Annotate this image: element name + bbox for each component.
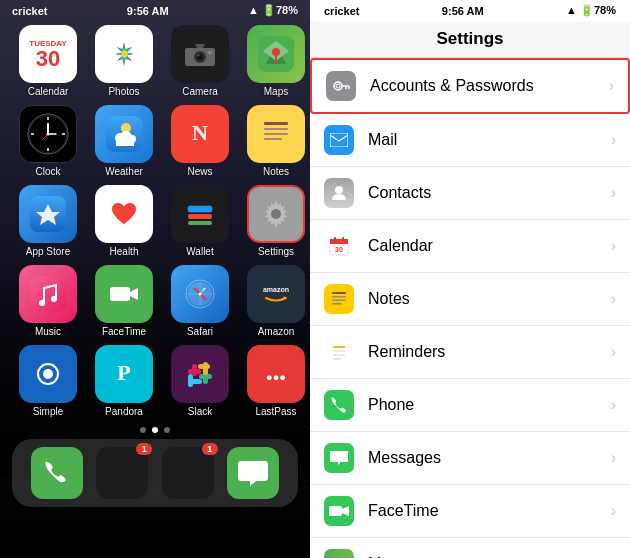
svg-point-72 <box>336 84 340 88</box>
settings-item-reminders[interactable]: Reminders › <box>310 326 630 379</box>
clock-label: Clock <box>35 166 60 177</box>
amazon-icon: amazon <box>258 276 294 312</box>
settings-item-phone[interactable]: Phone › <box>310 379 630 432</box>
contacts-label: Contacts <box>368 184 611 202</box>
svg-rect-43 <box>30 276 66 312</box>
settings-item-notes[interactable]: Notes › <box>310 273 630 326</box>
app-simple[interactable]: Simple <box>14 345 82 417</box>
settings-item-accounts[interactable]: Accounts & Passwords › <box>310 58 630 114</box>
app-photos[interactable]: Photos <box>90 25 158 97</box>
svg-point-52 <box>199 293 202 296</box>
music-icon <box>30 276 66 312</box>
settings-item-messages[interactable]: Messages › <box>310 432 630 485</box>
phone-label-r: Phone <box>368 396 611 414</box>
app-slack[interactable]: Slack <box>166 345 234 417</box>
contacts-icon <box>330 184 348 202</box>
app-clock[interactable]: Clock <box>14 105 82 177</box>
svg-rect-26 <box>116 141 134 146</box>
dot-2 <box>152 427 158 433</box>
svg-point-44 <box>39 300 45 306</box>
dock-phone[interactable] <box>31 447 83 499</box>
calendar-chevron: › <box>611 237 616 255</box>
mail-icon-bg <box>324 125 354 155</box>
svg-rect-62 <box>188 369 201 374</box>
phone-settings-icon-bg <box>324 390 354 420</box>
app-weather[interactable]: Weather <box>90 105 158 177</box>
amazon-label: Amazon <box>258 326 295 337</box>
phone-chevron: › <box>611 396 616 414</box>
simple-label: Simple <box>33 406 64 417</box>
calendar-label: Calendar <box>28 86 69 97</box>
messages-icon <box>236 456 270 490</box>
app-appstore[interactable]: App Store <box>14 185 82 257</box>
appstore-icon <box>30 196 66 232</box>
app-calendar[interactable]: Tuesday 30 Calendar <box>14 25 82 97</box>
app-facetime[interactable]: FaceTime <box>90 265 158 337</box>
safari-icon <box>182 276 218 312</box>
settings-item-facetime[interactable]: FaceTime › <box>310 485 630 538</box>
dock-multi[interactable]: 1 <box>162 447 214 499</box>
app-safari[interactable]: Safari <box>166 265 234 337</box>
safari-label: Safari <box>187 326 213 337</box>
left-carrier: cricket <box>12 5 47 17</box>
reminders-icon-bg <box>324 337 354 367</box>
mail-label: Mail <box>368 131 611 149</box>
health-label: Health <box>110 246 139 257</box>
svg-rect-53 <box>258 276 294 312</box>
news-label: News <box>187 166 212 177</box>
app-pandora[interactable]: P Pandora <box>90 345 158 417</box>
svg-rect-81 <box>342 237 344 241</box>
app-settings[interactable]: Settings <box>242 185 310 257</box>
settings-item-contacts[interactable]: Contacts › <box>310 167 630 220</box>
app-notes[interactable]: Notes <box>242 105 310 177</box>
maps-settings-icon-bg <box>324 549 354 558</box>
photos-label: Photos <box>108 86 139 97</box>
slack-icon <box>182 356 218 392</box>
svg-rect-76 <box>330 133 348 147</box>
messages-settings-icon <box>330 450 348 466</box>
svg-rect-80 <box>334 237 336 241</box>
dock-messages[interactable] <box>227 447 279 499</box>
svg-rect-84 <box>332 296 346 298</box>
calendar-label-r: Calendar <box>368 237 611 255</box>
svg-rect-38 <box>188 214 212 219</box>
svg-rect-66 <box>203 362 208 375</box>
right-carrier: cricket <box>324 5 359 17</box>
settings-item-maps[interactable]: Maps › <box>310 538 630 558</box>
maps-icon <box>258 36 294 72</box>
right-battery-icons: ▲ 🔋78% <box>566 4 616 17</box>
svg-point-57 <box>43 369 53 379</box>
svg-text:N: N <box>192 120 208 145</box>
appstore-label: App Store <box>26 246 70 257</box>
svg-rect-47 <box>110 287 130 301</box>
maps-label: Maps <box>264 86 288 97</box>
accounts-chevron: › <box>609 77 614 95</box>
left-status-bar: cricket 9:56 AM ▲ 🔋78% <box>0 0 310 21</box>
notes-icon-bg <box>324 284 354 314</box>
settings-item-calendar[interactable]: 30 Calendar › <box>310 220 630 273</box>
dot-1 <box>140 427 146 433</box>
phone-icon <box>42 458 72 488</box>
wallet-icon <box>182 196 218 232</box>
calendar-date: 30 <box>36 48 60 70</box>
app-news[interactable]: N News <box>166 105 234 177</box>
app-maps[interactable]: Maps <box>242 25 310 97</box>
dock-social[interactable]: 1 <box>96 447 148 499</box>
app-wallet[interactable]: Wallet <box>166 185 234 257</box>
facetime-label: FaceTime <box>102 326 146 337</box>
messages-chevron: › <box>611 449 616 467</box>
left-time: 9:56 AM <box>127 5 169 17</box>
settings-label: Settings <box>258 246 294 257</box>
settings-item-mail[interactable]: Mail › <box>310 114 630 167</box>
svg-rect-79 <box>330 239 348 244</box>
svg-text:amazon: amazon <box>263 286 289 293</box>
app-camera[interactable]: Camera <box>166 25 234 97</box>
svg-point-7 <box>198 55 200 57</box>
app-music[interactable]: Music <box>14 265 82 337</box>
app-health[interactable]: Health <box>90 185 158 257</box>
svg-rect-60 <box>182 356 218 392</box>
svg-rect-91 <box>329 506 342 516</box>
app-lastpass[interactable]: ●●● LastPass <box>242 345 310 417</box>
svg-rect-86 <box>332 303 342 305</box>
app-amazon[interactable]: amazon Amazon <box>242 265 310 337</box>
